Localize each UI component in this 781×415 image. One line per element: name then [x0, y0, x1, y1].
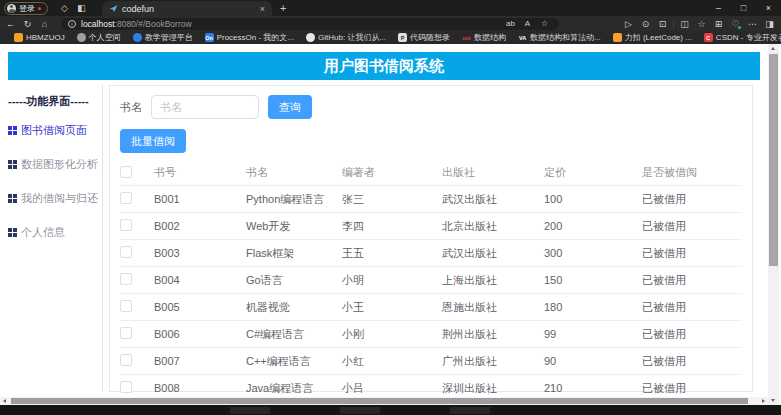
cell-title: C#编程语言: [246, 321, 342, 348]
bookmarks-overflow-icon[interactable]: ›: [750, 33, 753, 43]
cell-author: 小明: [342, 267, 442, 294]
scroll-down-icon[interactable]: [771, 399, 775, 402]
bookmark-item[interactable]: 力扣 (LeetCode) ...: [607, 32, 698, 43]
profile-button[interactable]: 登录: [4, 2, 48, 15]
row-checkbox[interactable]: [120, 192, 132, 204]
batch-borrow-button[interactable]: 批量借阅: [120, 129, 186, 153]
media-controls-icon[interactable]: ▷: [620, 17, 637, 31]
site-info-icon[interactable]: i: [68, 20, 76, 28]
row-checkbox[interactable]: [120, 219, 132, 231]
sidebar-item-3[interactable]: 我的借阅与归还: [8, 191, 102, 206]
taskbar-item[interactable]: [230, 407, 270, 414]
bookmark-item[interactable]: CCSDN - 专业开发者...: [698, 32, 781, 43]
cell-id: B006: [154, 321, 246, 348]
sidebar-item-4[interactable]: 个人信息: [8, 225, 102, 240]
bookmark-item[interactable]: OnProcessOn - 我的文...: [199, 32, 300, 43]
workspaces-icon[interactable]: ◇: [56, 1, 73, 15]
collections-icon[interactable]: ⊞: [710, 17, 727, 31]
copilot-icon[interactable]: ⊙: [637, 17, 654, 31]
url-host: localhost: [81, 19, 115, 29]
close-button[interactable]: ×: [756, 0, 781, 16]
table-row: B007C++编程语言小红广州出版社90已被借用: [120, 348, 742, 375]
book-name-input[interactable]: [151, 95, 259, 119]
row-checkbox-cell: [120, 213, 154, 240]
home-icon[interactable]: ⌂: [36, 17, 53, 31]
scroll-left-icon[interactable]: [3, 399, 6, 403]
row-checkbox[interactable]: [120, 246, 132, 258]
bookmark-favicon: P: [398, 33, 407, 42]
sidebar-item-1[interactable]: 图书借阅页面: [8, 123, 102, 138]
row-checkbox[interactable]: [120, 273, 132, 285]
sidebar-toggle-icon[interactable]: ◨: [761, 17, 778, 31]
horizontal-scroll-thumb[interactable]: [11, 398, 748, 404]
cell-price: 100: [544, 186, 642, 213]
menu-grid-icon: [8, 126, 17, 135]
minimize-button[interactable]: –: [706, 0, 731, 16]
scroll-up-icon[interactable]: [771, 47, 775, 50]
split-screen-icon[interactable]: ◫: [676, 17, 693, 31]
cell-status: 已被借用: [642, 267, 742, 294]
bookmark-favicon: [613, 33, 622, 42]
tab-title: codefun: [122, 4, 154, 14]
cell-publisher: 武汉出版社: [442, 186, 544, 213]
taskbar-item[interactable]: [450, 407, 490, 414]
bookmark-item[interactable]: 个人空间: [71, 32, 127, 43]
row-checkbox-cell: [120, 186, 154, 213]
bookmark-item[interactable]: ust数据结构: [456, 32, 512, 43]
favorite-star-icon[interactable]: ☆: [537, 17, 552, 31]
column-header: 书名: [246, 160, 342, 186]
horizontal-scrollbar[interactable]: [0, 397, 768, 405]
cell-author: 小王: [342, 294, 442, 321]
select-all-checkbox[interactable]: [120, 166, 132, 178]
row-checkbox-cell: [120, 267, 154, 294]
more-options-icon[interactable]: ⋯: [744, 17, 761, 31]
bookmark-item[interactable]: GitHub: 让我们从...: [300, 32, 392, 43]
url-bar[interactable]: i localhost :8080/#/BookBorrow abA☆: [61, 18, 559, 30]
menu-grid-icon: [8, 194, 17, 203]
back-icon[interactable]: ←: [2, 17, 19, 31]
cell-title: Flask框架: [246, 240, 342, 267]
column-header: 定价: [544, 160, 642, 186]
cell-status: 已被借用: [642, 294, 742, 321]
cell-title: Go语言: [246, 267, 342, 294]
cell-id: B002: [154, 213, 246, 240]
url-path: :8080/#/BookBorrow: [115, 19, 192, 29]
sidebar: -----功能界面----- 图书借阅页面数据图形化分析我的借阅与归还个人信息: [8, 85, 103, 392]
row-checkbox[interactable]: [120, 381, 132, 393]
favorites-icon[interactable]: ☆: [693, 17, 710, 31]
refresh-icon[interactable]: ↻: [19, 17, 36, 31]
row-checkbox[interactable]: [120, 354, 132, 366]
tab-close-icon[interactable]: ×: [260, 4, 265, 14]
query-button[interactable]: 查询: [268, 95, 312, 119]
row-checkbox[interactable]: [120, 300, 132, 312]
taskbar-item[interactable]: [340, 407, 380, 414]
translate-icon[interactable]: ab: [503, 17, 518, 31]
scroll-right-icon[interactable]: [762, 399, 765, 403]
maximize-button[interactable]: □: [731, 0, 756, 16]
row-checkbox[interactable]: [120, 327, 132, 339]
browser-essentials-icon[interactable]: ♡: [727, 17, 744, 31]
sidebar-item-label: 数据图形化分析: [21, 157, 98, 172]
cell-publisher: 恩施出版社: [442, 294, 544, 321]
cell-id: B007: [154, 348, 246, 375]
bookmark-item[interactable]: 教学管理平台: [127, 32, 199, 43]
bookmark-item[interactable]: HBMZUOJ: [8, 33, 71, 42]
profile-badge: [38, 7, 41, 10]
cell-title: C++编程语言: [246, 348, 342, 375]
read-aloud-icon[interactable]: A: [520, 17, 535, 31]
bookmark-item[interactable]: VA数据结构和算法动...: [512, 32, 607, 43]
bookmark-label: 数据结构: [474, 32, 506, 43]
browser-tab[interactable]: codefun ×: [102, 1, 272, 16]
sidebar-item-2[interactable]: 数据图形化分析: [8, 157, 102, 172]
extensions-icon[interactable]: ⊡: [654, 17, 671, 31]
tab-actions-icon[interactable]: ◧: [73, 1, 90, 15]
cell-publisher: 广州出版社: [442, 348, 544, 375]
tab-favicon: [109, 4, 118, 13]
bookmark-item[interactable]: P代码随想录: [392, 32, 456, 43]
windows-taskbar[interactable]: [0, 405, 781, 415]
vertical-scroll-thumb[interactable]: [769, 54, 778, 266]
page-viewport: 用户图书借阅系统 -----功能界面----- 图书借阅页面数据图形化分析我的借…: [0, 44, 768, 405]
new-tab-button[interactable]: +: [280, 2, 286, 14]
vertical-scrollbar[interactable]: [768, 44, 779, 405]
select-all-cell: [120, 160, 154, 186]
